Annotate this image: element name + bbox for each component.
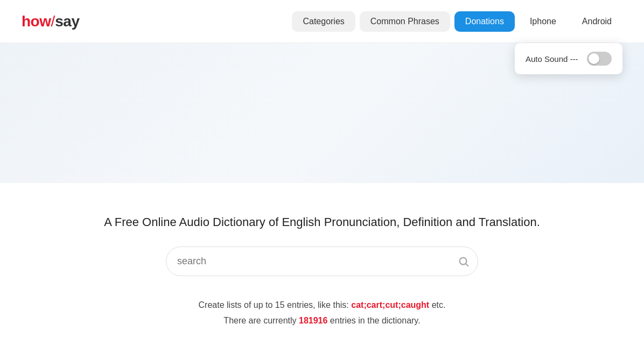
logo-how: how <box>22 13 51 30</box>
search-container <box>166 247 478 276</box>
hint-line1-prefix: Create lists of up to 15 entries, like t… <box>199 300 349 309</box>
hint-line1-suffix: etc. <box>432 300 446 309</box>
hint-line2-suffix: entries in the dictionary. <box>330 316 421 325</box>
auto-sound-toggle[interactable] <box>587 52 612 66</box>
tagline: A Free Online Audio Dictionary of Englis… <box>104 215 540 229</box>
toggle-track[interactable] <box>587 52 612 66</box>
nav-iphone[interactable]: Iphone <box>519 11 567 32</box>
nav-common-phrases[interactable]: Common Phrases <box>360 11 450 32</box>
nav-donations[interactable]: Donations <box>454 11 515 32</box>
svg-line-1 <box>466 264 468 266</box>
hint-line1: Create lists of up to 15 entries, like t… <box>199 298 446 313</box>
hint-line2-prefix: There are currently <box>223 316 296 325</box>
hint-example: cat;cart;cut;caught <box>351 300 429 309</box>
main-content: A Free Online Audio Dictionary of Englis… <box>0 183 644 338</box>
nav-categories[interactable]: Categories <box>292 11 355 32</box>
hint-count: 181916 <box>299 316 327 325</box>
main-nav: Categories Common Phrases Donations Ipho… <box>292 11 622 32</box>
hint-line2: There are currently 181916 entries in th… <box>199 313 446 329</box>
auto-sound-label: Auto Sound --- <box>526 54 578 64</box>
hint-text: Create lists of up to 15 entries, like t… <box>199 298 446 329</box>
header: how/say Categories Common Phrases Donati… <box>0 0 644 43</box>
auto-sound-panel: Auto Sound --- <box>515 43 622 74</box>
search-button[interactable] <box>458 256 470 267</box>
toggle-thumb <box>589 53 599 64</box>
nav-android[interactable]: Android <box>571 11 622 32</box>
logo-slash: / <box>51 13 55 30</box>
search-input[interactable] <box>166 247 478 276</box>
search-icon <box>458 256 470 267</box>
logo-say: say <box>55 13 79 30</box>
logo[interactable]: how/say <box>22 13 80 30</box>
